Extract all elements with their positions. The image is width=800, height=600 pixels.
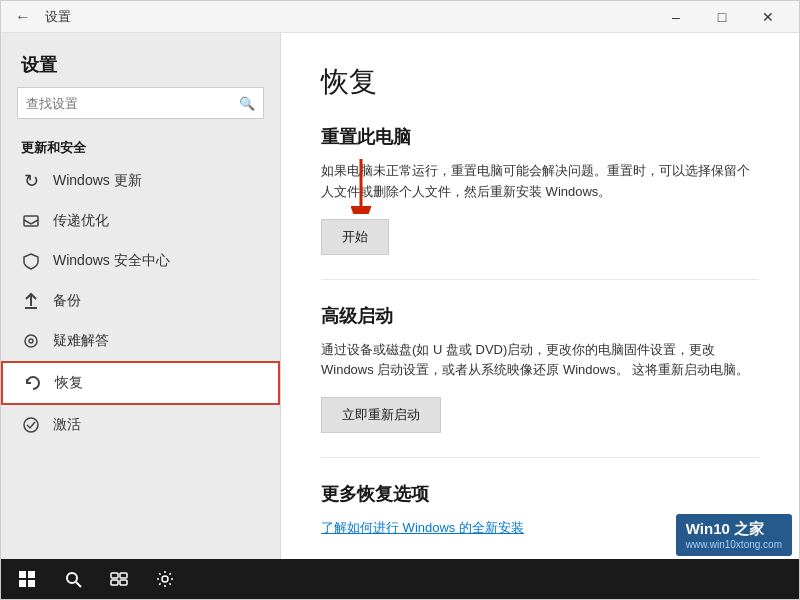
main-panel: 恢复 重置此电脑 如果电脑未正常运行，重置电脑可能会解决问题。重置时，可以选择保…: [281, 33, 799, 559]
sidebar-item-delivery-opt[interactable]: 传递优化: [1, 201, 280, 241]
sidebar-item-label: 恢复: [55, 374, 83, 392]
advanced-startup-title: 高级启动: [321, 304, 759, 328]
taskbar: Win10 之家 www.win10xtong.com: [1, 559, 799, 599]
sidebar-item-label: 激活: [53, 416, 81, 434]
settings-taskbar-button[interactable]: [145, 561, 185, 597]
page-title: 恢复: [321, 63, 759, 101]
restart-now-button[interactable]: 立即重新启动: [321, 397, 441, 433]
search-input[interactable]: [26, 96, 239, 111]
svg-rect-15: [120, 573, 127, 578]
start-reset-button[interactable]: 开始: [321, 219, 389, 255]
svg-point-3: [25, 335, 37, 347]
window: ← 设置 – □ ✕ 设置 🔍 更新和安全 ↻ Windows 更新: [0, 0, 800, 600]
svg-point-18: [162, 576, 168, 582]
red-arrow-annotation: [331, 154, 391, 214]
reset-pc-title: 重置此电脑: [321, 125, 759, 149]
activation-icon: [21, 415, 41, 435]
window-title: 设置: [45, 8, 71, 26]
divider-2: [321, 457, 759, 458]
delivery-icon: [21, 211, 41, 231]
svg-rect-9: [28, 571, 35, 578]
svg-point-12: [67, 573, 77, 583]
sidebar-item-label: 备份: [53, 292, 81, 310]
svg-line-13: [76, 582, 81, 587]
svg-rect-10: [19, 580, 26, 587]
divider-1: [321, 279, 759, 280]
search-box[interactable]: 🔍: [17, 87, 264, 119]
sidebar-item-label: 疑难解答: [53, 332, 109, 350]
svg-rect-14: [111, 573, 118, 578]
search-button[interactable]: [51, 561, 95, 597]
svg-point-4: [29, 339, 33, 343]
back-button[interactable]: ←: [9, 3, 37, 31]
sidebar: 设置 🔍 更新和安全 ↻ Windows 更新 传递优化: [1, 33, 281, 559]
backup-icon: [21, 291, 41, 311]
shield-icon: [21, 251, 41, 271]
sidebar-item-windows-security[interactable]: Windows 安全中心: [1, 241, 280, 281]
svg-point-5: [24, 418, 38, 432]
refresh-icon: ↻: [21, 171, 41, 191]
more-recovery-title: 更多恢复选项: [321, 482, 759, 506]
search-icon: 🔍: [239, 96, 255, 111]
start-button[interactable]: [5, 561, 49, 597]
sidebar-item-recovery[interactable]: 恢复: [1, 361, 280, 405]
recovery-icon: [23, 373, 43, 393]
wrench-icon: [21, 331, 41, 351]
sidebar-item-label: Windows 更新: [53, 172, 142, 190]
sidebar-title: 设置: [1, 33, 280, 87]
minimize-button[interactable]: –: [653, 1, 699, 33]
sidebar-item-backup[interactable]: 备份: [1, 281, 280, 321]
fresh-install-link[interactable]: 了解如何进行 Windows 的全新安装: [321, 520, 524, 535]
svg-rect-16: [111, 580, 118, 585]
svg-rect-11: [28, 580, 35, 587]
svg-rect-8: [19, 571, 26, 578]
sidebar-item-label: 传递优化: [53, 212, 109, 230]
sidebar-item-troubleshoot[interactable]: 疑难解答: [1, 321, 280, 361]
sidebar-item-label: Windows 安全中心: [53, 252, 170, 270]
svg-rect-17: [120, 580, 127, 585]
maximize-button[interactable]: □: [699, 1, 745, 33]
title-bar: ← 设置 – □ ✕: [1, 1, 799, 33]
sidebar-item-windows-update[interactable]: ↻ Windows 更新: [1, 161, 280, 201]
main-content: 设置 🔍 更新和安全 ↻ Windows 更新 传递优化: [1, 33, 799, 559]
window-controls: – □ ✕: [653, 1, 791, 33]
close-button[interactable]: ✕: [745, 1, 791, 33]
sidebar-section-title: 更新和安全: [1, 131, 280, 161]
advanced-startup-desc: 通过设备或磁盘(如 U 盘或 DVD)启动，更改你的电脑固件设置，更改 Wind…: [321, 340, 759, 382]
task-view-button[interactable]: [97, 561, 141, 597]
sidebar-item-activation[interactable]: 激活: [1, 405, 280, 445]
arrow-wrapper: 开始: [321, 219, 389, 255]
